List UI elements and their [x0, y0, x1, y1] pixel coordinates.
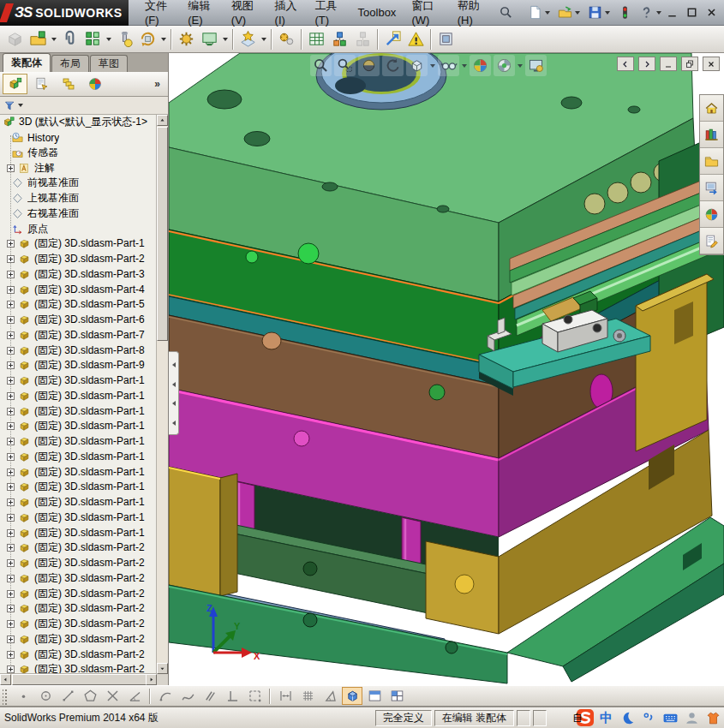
perpendicular-button[interactable]	[222, 687, 242, 705]
tree-item-part[interactable]: (固定) 3D.sldasm-Part-1	[0, 373, 157, 389]
tree-item-part[interactable]: (固定) 3D.sldasm-Part-9	[0, 358, 157, 373]
tree-item-part[interactable]: (固定) 3D.sldasm-Part-1	[0, 480, 157, 495]
apply-scene-button[interactable]	[494, 55, 515, 76]
close-document-button[interactable]	[703, 57, 720, 71]
tree-expander-icon[interactable]	[7, 651, 15, 659]
grid-button[interactable]	[297, 687, 318, 705]
tree-item-annotations[interactable]: 注解	[0, 160, 157, 176]
screenshot-button[interactable]	[434, 27, 458, 51]
tree-item-part[interactable]: (固定) 3D.sldasm-Part-5	[0, 297, 157, 313]
tree-expander-icon[interactable]	[7, 240, 15, 248]
dropdown-arrow-icon[interactable]	[161, 38, 166, 41]
panel-splitter-handle[interactable]	[169, 351, 179, 435]
open-button[interactable]	[555, 3, 583, 21]
motion-study-button[interactable]	[275, 27, 298, 51]
performance-monitor-button[interactable]	[615, 3, 635, 21]
tree-expander-icon[interactable]	[7, 636, 15, 643]
panel-overflow-button[interactable]: »	[154, 78, 165, 90]
tree-expander-icon[interactable]	[7, 575, 15, 582]
dropdown-arrow-icon[interactable]	[545, 11, 550, 15]
tree-item-part[interactable]: (固定) 3D.sldasm-Part-4	[0, 282, 157, 297]
dropdown-arrow-icon[interactable]	[51, 38, 57, 41]
filter-funnel-icon-wrap[interactable]	[3, 99, 16, 112]
tree-expander-icon[interactable]	[7, 377, 15, 385]
ime-language-toggle[interactable]: 中	[600, 710, 613, 726]
tree-item-part[interactable]: (固定) 3D.sldasm-Part-2	[0, 662, 157, 674]
vertical-scroll-thumb[interactable]	[157, 127, 168, 341]
tree-item-part[interactable]: (固定) 3D.sldasm-Part-1	[0, 403, 157, 419]
move-component-button[interactable]	[136, 27, 159, 51]
component-preview-button[interactable]	[198, 27, 221, 51]
dropdown-arrow-icon[interactable]	[656, 11, 661, 15]
tree-item-origin[interactable]: 原点	[0, 221, 157, 236]
exploded-view-button[interactable]	[328, 27, 351, 51]
minimize-document-button[interactable]	[660, 57, 677, 71]
reference-geometry-button[interactable]	[236, 27, 260, 51]
line-button[interactable]	[57, 687, 78, 705]
scroll-up-button[interactable]	[157, 115, 168, 126]
scroll-down-button[interactable]	[157, 663, 168, 674]
custom-properties-tab[interactable]	[700, 228, 723, 254]
previous-window-button[interactable]	[617, 57, 634, 71]
zoom-to-fit-button[interactable]	[310, 55, 332, 76]
tab-sketch[interactable]: 草图	[90, 55, 128, 72]
tree-item-part[interactable]: (固定) 3D.sldasm-Part-8	[0, 343, 157, 358]
tree-expander-icon[interactable]	[7, 438, 15, 445]
tree-expander-icon[interactable]	[7, 422, 15, 430]
tree-item-part[interactable]: (固定) 3D.sldasm-Part-1	[0, 495, 157, 510]
spline-button[interactable]	[177, 687, 198, 705]
tree-item-top-plane[interactable]: 上视基准面	[0, 191, 157, 206]
tree-expander-icon[interactable]	[7, 271, 15, 278]
measure-button[interactable]	[381, 27, 404, 51]
property-manager-tab[interactable]	[29, 74, 54, 94]
menu-view[interactable]: 视图(V)	[224, 0, 267, 30]
view-palette-tab[interactable]	[700, 175, 723, 201]
dimension-button[interactable]	[275, 687, 296, 705]
circle-button[interactable]	[35, 687, 56, 705]
tree-item-part[interactable]: (固定) 3D.sldasm-Part-2	[0, 252, 157, 267]
tree-item-part[interactable]: (固定) 3D.sldasm-Part-1	[0, 450, 157, 465]
menu-edit[interactable]: 编辑(E)	[180, 0, 224, 30]
new-document-button[interactable]	[525, 3, 553, 21]
appearances-scenes-tab[interactable]	[700, 201, 723, 228]
display-manager-tab[interactable]	[82, 74, 107, 94]
dropdown-arrow-icon[interactable]	[223, 38, 228, 41]
dropdown-arrow-icon[interactable]	[462, 64, 467, 68]
search-icon[interactable]	[494, 5, 513, 20]
tree-expander-icon[interactable]	[7, 468, 15, 476]
viewport-grid-button[interactable]	[386, 687, 407, 705]
dropdown-arrow-icon[interactable]	[106, 38, 111, 41]
menu-tools[interactable]: 工具(T)	[307, 0, 350, 30]
tree-expander-icon[interactable]	[7, 605, 15, 612]
next-window-button[interactable]	[638, 57, 655, 71]
menu-insert[interactable]: 插入(I)	[267, 0, 308, 30]
design-library-tab[interactable]	[700, 122, 723, 148]
trim-button[interactable]	[102, 687, 123, 705]
angle-button[interactable]	[124, 687, 145, 705]
tree-item-part[interactable]: (固定) 3D.sldasm-Part-2	[0, 586, 157, 601]
tree-item-part[interactable]: (固定) 3D.sldasm-Part-6	[0, 313, 157, 328]
restore-document-button[interactable]	[681, 57, 698, 71]
tree-item-part[interactable]: (固定) 3D.sldasm-Part-2	[0, 540, 157, 556]
angle-snap-button[interactable]	[320, 687, 340, 705]
tree-item-part[interactable]: (固定) 3D.sldasm-Part-2	[0, 601, 157, 617]
view-orientation-button[interactable]	[406, 55, 428, 76]
assembly-features-button[interactable]	[175, 27, 198, 51]
tree-expander-icon[interactable]	[7, 483, 15, 491]
tree-expander-icon[interactable]	[7, 559, 15, 567]
tree-item-part[interactable]: (固定) 3D.sldasm-Part-1	[0, 236, 157, 252]
point-button[interactable]	[13, 687, 33, 705]
save-button[interactable]	[585, 3, 613, 21]
dropdown-arrow-icon[interactable]	[575, 11, 580, 15]
punctuation-button[interactable]	[638, 710, 660, 726]
tree-expander-icon[interactable]	[7, 301, 15, 308]
tree-expander-icon[interactable]	[7, 286, 15, 294]
configuration-manager-tab[interactable]	[56, 74, 81, 94]
scroll-right-button[interactable]	[146, 674, 157, 685]
tree-expander-icon[interactable]	[7, 331, 15, 339]
filter-dropdown-arrow[interactable]	[18, 104, 23, 107]
feature-manager-design-tree-tab[interactable]	[3, 74, 27, 94]
tree-expander-icon[interactable]	[7, 590, 15, 598]
dropdown-arrow-icon[interactable]	[430, 64, 435, 68]
parallel-button[interactable]	[200, 687, 220, 705]
